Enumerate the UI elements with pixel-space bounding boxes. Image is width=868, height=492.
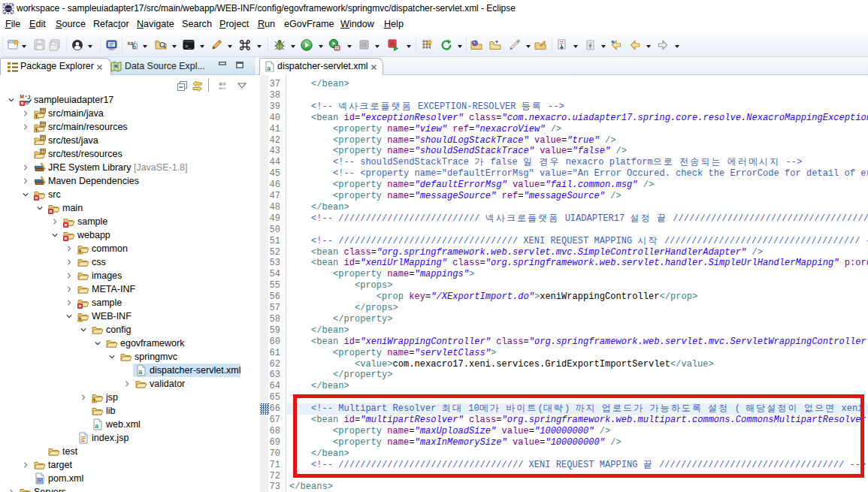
svg-text:M: M	[20, 94, 24, 99]
svg-text:J: J	[27, 94, 30, 101]
svg-text:a: a	[138, 369, 143, 376]
svg-text:a: a	[95, 423, 99, 430]
svg-text:>_: >_	[185, 44, 192, 50]
svg-text:a: a	[267, 65, 271, 72]
svg-text:M: M	[38, 478, 41, 483]
